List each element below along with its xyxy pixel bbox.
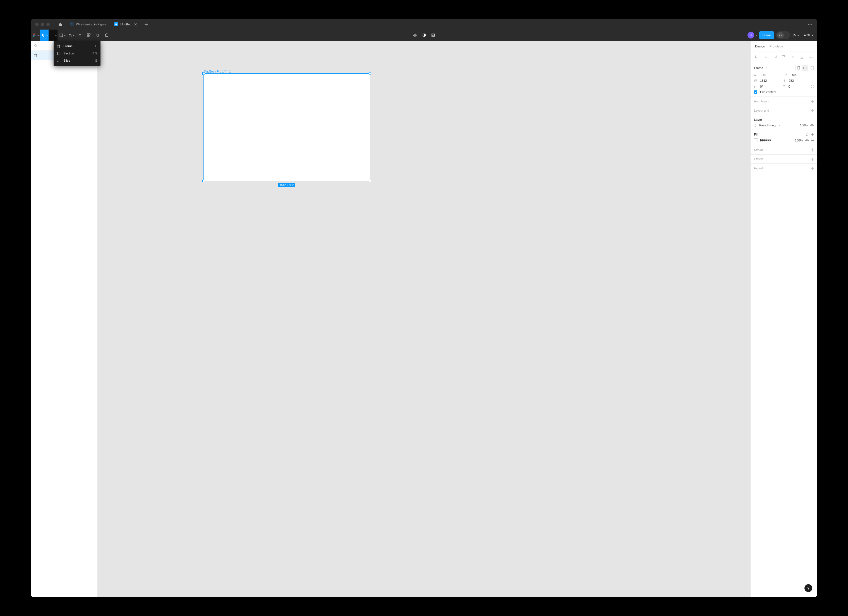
opacity-input[interactable]: 100% <box>800 124 808 127</box>
blend-mode-select[interactable]: Pass through <box>759 124 777 127</box>
align-top-icon[interactable] <box>781 54 787 60</box>
export-section: Export <box>750 164 817 173</box>
remove-fill-button[interactable] <box>811 140 814 141</box>
canvas[interactable]: MacBook Pro 14" - 1 1512 × 982 <box>98 41 750 597</box>
user-avatar-button[interactable]: J <box>747 32 757 38</box>
overflow-menu-button[interactable] <box>806 20 814 29</box>
frame-section-title[interactable]: Frame <box>754 66 763 70</box>
tab-label: Wireframing in Figma <box>76 22 106 26</box>
add-effect-button[interactable] <box>811 158 814 161</box>
svg-rect-28 <box>58 52 60 55</box>
zoom-control[interactable]: 46% <box>802 34 815 37</box>
tab-untitled[interactable]: Untitled <box>111 19 141 30</box>
portrait-icon[interactable] <box>796 65 802 71</box>
comment-tool-button[interactable] <box>102 30 111 41</box>
align-bottom-icon[interactable] <box>799 54 805 60</box>
canvas-frame[interactable] <box>204 74 370 181</box>
visibility-icon[interactable] <box>810 124 814 127</box>
resources-button[interactable] <box>84 30 93 41</box>
dropdown-label: Section <box>63 52 74 55</box>
chevron-down-icon <box>797 35 799 36</box>
avatar: J <box>747 32 754 38</box>
tab-wireframing[interactable]: Wireframing in Figma <box>67 19 110 30</box>
frame-tool-dropdown: Frame F Section ⇧ S Slice S <box>53 41 101 66</box>
hand-tool-button[interactable] <box>93 30 102 41</box>
chevron-down-icon <box>46 35 48 36</box>
figma-logo-icon <box>33 33 36 37</box>
align-hcenter-icon[interactable] <box>763 54 769 60</box>
share-label: Share <box>762 34 771 37</box>
fill-styles-icon[interactable] <box>806 133 809 136</box>
dropdown-item-slice[interactable]: Slice S <box>53 57 101 64</box>
landscape-icon[interactable] <box>802 65 808 71</box>
move-tool-button[interactable] <box>40 30 49 41</box>
y-input[interactable]: -690 <box>791 73 814 77</box>
text-tool-button[interactable] <box>76 30 84 41</box>
add-layout-grid-button[interactable] <box>811 109 814 112</box>
present-button[interactable] <box>792 30 801 41</box>
chevron-down-icon[interactable] <box>778 125 780 126</box>
dropdown-item-section[interactable]: Section ⇧ S <box>53 50 101 57</box>
fill-visibility-icon[interactable] <box>805 139 809 142</box>
svg-point-24 <box>806 135 807 136</box>
app-body: MacBook Pro 14" - 1 1512 × 982 Design Pr… <box>31 41 817 597</box>
clip-content-checkbox[interactable] <box>754 90 757 94</box>
frame-label[interactable]: MacBook Pro 14" - 1 <box>204 70 231 73</box>
mask-button[interactable] <box>423 33 426 37</box>
tab-design[interactable]: Design <box>755 44 765 48</box>
main-menu-button[interactable] <box>31 30 40 41</box>
corner-radius-input[interactable]: 0 <box>789 85 809 88</box>
selection-handle-sw[interactable] <box>203 180 205 182</box>
minimize-window-icon[interactable] <box>41 22 44 26</box>
blend-mode-icon[interactable] <box>754 124 757 127</box>
avatar-initial: J <box>750 34 752 37</box>
align-vcenter-icon[interactable] <box>790 54 796 60</box>
independent-corners-icon[interactable] <box>811 85 814 88</box>
fullscreen-window-icon[interactable] <box>46 22 50 26</box>
rotation-input[interactable]: 0° <box>760 85 780 88</box>
selection-handle-se[interactable] <box>369 180 371 182</box>
pen-tool-button[interactable] <box>67 30 76 41</box>
svg-point-10 <box>33 36 34 37</box>
tab-prototype[interactable]: Prototype <box>769 44 783 48</box>
h-input[interactable]: 982 <box>789 79 809 82</box>
add-fill-button[interactable] <box>811 133 814 136</box>
shape-tool-button[interactable] <box>58 30 67 41</box>
svg-rect-20 <box>804 67 806 69</box>
align-controls <box>750 52 817 62</box>
tab-label: Untitled <box>120 22 131 26</box>
resize-to-fit-icon[interactable] <box>810 66 814 70</box>
close-window-icon[interactable] <box>35 22 39 26</box>
fill-color-swatch[interactable] <box>754 138 758 142</box>
frame-tool-button[interactable] <box>49 30 58 41</box>
x-input[interactable]: -130 <box>760 73 783 77</box>
w-input[interactable]: 1512 <box>760 79 780 82</box>
components-button[interactable] <box>413 33 417 37</box>
home-button[interactable] <box>55 19 65 30</box>
add-export-button[interactable] <box>811 167 814 170</box>
chevron-down-icon[interactable] <box>765 67 767 69</box>
align-right-icon[interactable] <box>772 54 778 60</box>
slice-icon <box>57 59 61 62</box>
fill-opacity-input[interactable]: 100% <box>795 139 803 142</box>
share-button[interactable]: Share <box>759 31 774 39</box>
constrain-proportions-icon[interactable] <box>811 78 814 83</box>
align-more-icon[interactable] <box>808 54 814 60</box>
orientation-toggle[interactable] <box>795 65 808 71</box>
add-stroke-button[interactable] <box>811 148 814 151</box>
svg-point-22 <box>806 133 807 134</box>
figma-file-icon <box>114 22 118 26</box>
close-tab-icon[interactable] <box>133 22 137 26</box>
selection-handle-ne[interactable] <box>369 73 371 74</box>
dropdown-item-frame[interactable]: Frame F <box>53 42 101 50</box>
add-auto-layout-button[interactable] <box>811 100 814 103</box>
new-tab-button[interactable] <box>142 20 150 28</box>
h-label: H <box>783 79 787 82</box>
fill-hex-input[interactable]: FFFFFF <box>760 139 793 142</box>
help-button[interactable]: ? <box>805 584 812 592</box>
dev-mode-toggle[interactable] <box>776 31 790 39</box>
svg-point-0 <box>71 23 72 24</box>
selection-handle-nw[interactable] <box>203 73 205 74</box>
boolean-button[interactable] <box>431 33 435 37</box>
align-left-icon[interactable] <box>754 54 760 60</box>
